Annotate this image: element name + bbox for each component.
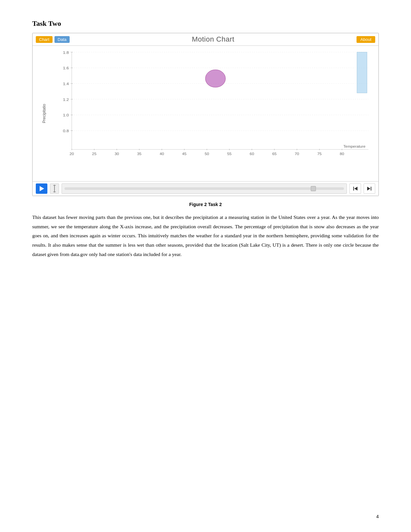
speed-icon bbox=[51, 184, 58, 193]
svg-text:20: 20 bbox=[70, 152, 74, 156]
svg-marker-52 bbox=[354, 187, 357, 191]
svg-text:40: 40 bbox=[160, 152, 164, 156]
svg-marker-54 bbox=[367, 187, 370, 191]
timeline-slider[interactable] bbox=[62, 183, 347, 194]
skip-end-icon bbox=[367, 186, 372, 191]
y-axis-label: Precipitatio bbox=[42, 104, 46, 123]
chart-svg: 1.8 1.6 1.4 1.2 1.0 0.8 20 25 30 35 40 4… bbox=[50, 49, 372, 168]
timeline-thumb[interactable] bbox=[311, 186, 316, 191]
svg-text:35: 35 bbox=[137, 152, 142, 156]
svg-text:75: 75 bbox=[317, 152, 322, 156]
svg-text:70: 70 bbox=[295, 152, 299, 156]
chart-plot-area: Precipitatio 1.8 1.6 1.4 1.2 1.0 0.8 bbox=[33, 46, 378, 181]
timeline-track bbox=[64, 187, 344, 190]
chart-controls bbox=[33, 181, 378, 196]
svg-rect-47 bbox=[357, 52, 367, 93]
svg-text:1.6: 1.6 bbox=[63, 66, 69, 70]
svg-text:25: 25 bbox=[92, 152, 97, 156]
description-text: This dataset has fewer moving parts than… bbox=[32, 213, 379, 259]
play-button[interactable] bbox=[36, 183, 47, 194]
play-icon bbox=[40, 186, 44, 191]
svg-text:0.8: 0.8 bbox=[63, 129, 69, 133]
svg-text:1.2: 1.2 bbox=[63, 97, 69, 102]
motion-chart-container: Chart Data Motion Chart About Precipitat… bbox=[32, 33, 379, 196]
svg-text:1.0: 1.0 bbox=[63, 113, 69, 117]
task-title: Task Two bbox=[32, 19, 379, 28]
page-number: 4 bbox=[376, 514, 379, 519]
skip-start-icon bbox=[353, 186, 358, 191]
chart-toolbar: Chart Data Motion Chart About bbox=[33, 33, 378, 46]
svg-text:Temperature: Temperature bbox=[343, 144, 365, 148]
svg-text:1.4: 1.4 bbox=[63, 82, 69, 86]
svg-text:55: 55 bbox=[227, 152, 232, 156]
svg-text:30: 30 bbox=[114, 152, 119, 156]
chart-title: Motion Chart bbox=[72, 35, 355, 44]
svg-text:80: 80 bbox=[340, 152, 344, 156]
data-bubble bbox=[205, 70, 225, 87]
about-button[interactable]: About bbox=[357, 36, 375, 43]
svg-text:60: 60 bbox=[250, 152, 254, 156]
speed-control[interactable] bbox=[50, 183, 59, 194]
svg-text:50: 50 bbox=[205, 152, 209, 156]
skip-to-end-button[interactable] bbox=[364, 183, 375, 194]
skip-to-start-button[interactable] bbox=[349, 183, 361, 194]
svg-text:65: 65 bbox=[272, 152, 277, 156]
figure-caption: Figure 2 Task 2 bbox=[32, 202, 379, 207]
data-tab-button[interactable]: Data bbox=[54, 36, 70, 43]
svg-text:1.8: 1.8 bbox=[63, 50, 69, 54]
chart-tab-button[interactable]: Chart bbox=[36, 36, 53, 43]
svg-text:45: 45 bbox=[182, 152, 187, 156]
